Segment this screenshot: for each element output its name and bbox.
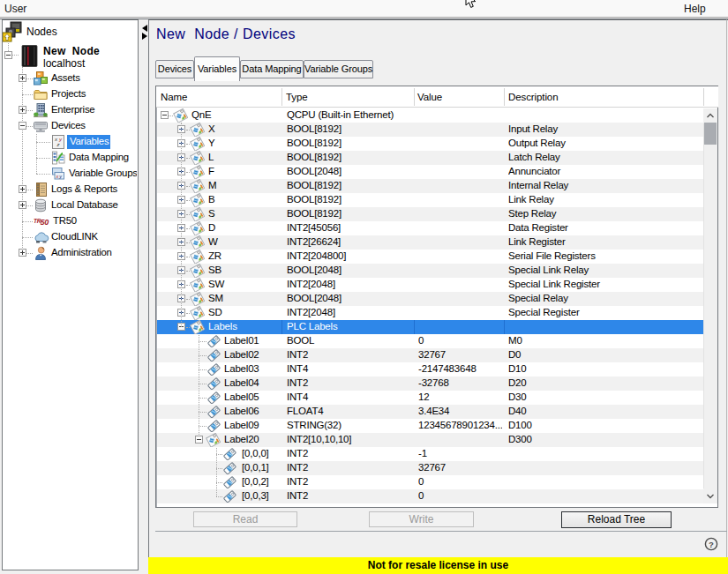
svg-text:x: x bbox=[56, 174, 59, 179]
svg-text:z: z bbox=[56, 142, 60, 147]
svg-text:50: 50 bbox=[41, 218, 49, 227]
svg-text:?: ? bbox=[709, 540, 714, 549]
